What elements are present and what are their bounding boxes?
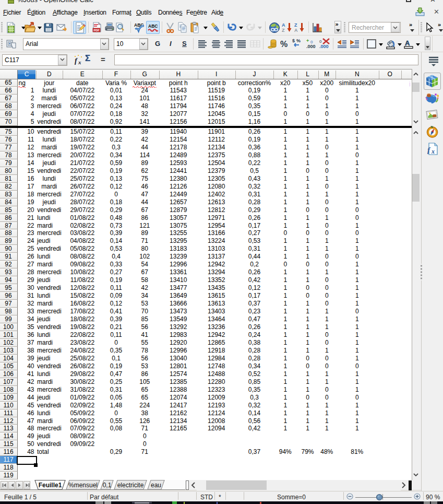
svg-text:%: % <box>280 40 288 49</box>
svg-text:%: % <box>296 38 301 43</box>
svg-text:x: x <box>431 148 435 155</box>
svg-text:0: 0 <box>319 39 322 44</box>
svg-text:Z: Z <box>282 28 285 33</box>
svg-text:ABC: ABC <box>148 24 158 29</box>
svg-text:$: $ <box>292 38 295 43</box>
svg-text:A: A <box>405 39 410 47</box>
svg-text:Z: Z <box>294 22 297 28</box>
svg-text:+: + <box>306 38 309 43</box>
svg-text:A: A <box>294 28 298 33</box>
svg-text:x: x <box>78 59 81 65</box>
svg-text:.000: .000 <box>306 44 316 49</box>
svg-text:PDF: PDF <box>93 29 100 32</box>
svg-text:f: f <box>75 57 78 65</box>
svg-text:A: A <box>282 22 285 28</box>
svg-text:.000: .000 <box>319 44 329 49</box>
svg-text:N: N <box>431 125 433 128</box>
